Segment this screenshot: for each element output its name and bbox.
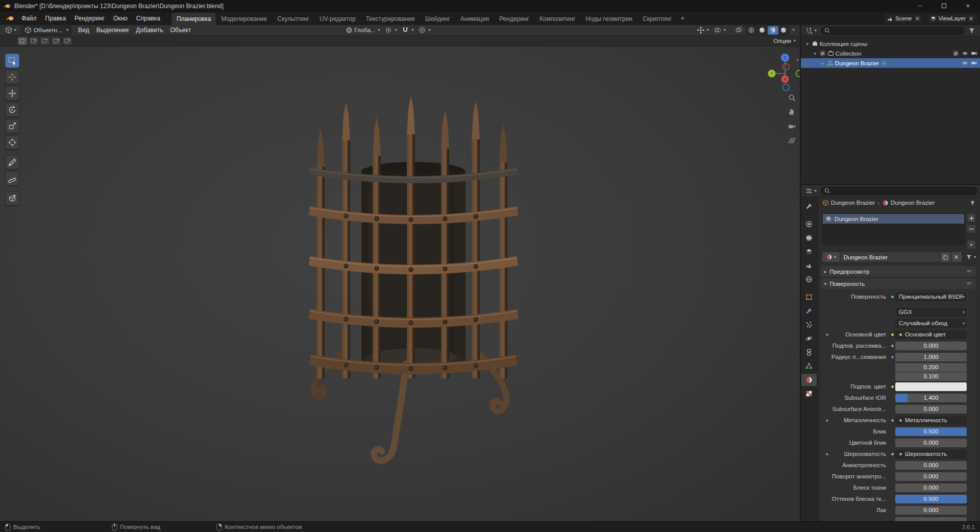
checkbox-icon[interactable]: [819, 50, 826, 57]
properties-tab-object-data[interactable]: [801, 360, 817, 372]
view-layer-selector[interactable]: ViewLayer: [927, 14, 977, 23]
disclosure-triangle[interactable]: ▾: [813, 51, 818, 56]
select-mode-extend-button[interactable]: +: [29, 37, 39, 45]
3d-viewport[interactable]: Z Y X ‹: [0, 46, 800, 521]
animate-property-dot[interactable]: [967, 475, 974, 478]
value-slider[interactable]: 0.000: [895, 483, 967, 492]
properties-tab-particles[interactable]: [801, 319, 817, 331]
workspace-tab[interactable]: Композитинг: [534, 13, 580, 25]
properties-search-input[interactable]: [821, 187, 977, 195]
animate-property-dot[interactable]: [967, 509, 974, 512]
maximize-button[interactable]: [932, 0, 956, 12]
outliner-search-input[interactable]: [821, 27, 964, 35]
animate-property-dot[interactable]: [967, 311, 974, 313]
panel-grip-icon[interactable]: [966, 280, 972, 287]
editor-type-button[interactable]: ▾: [803, 187, 819, 195]
viewport-menu-item[interactable]: Выделение: [93, 26, 133, 35]
tool-options-dropdown[interactable]: Опции▾: [773, 38, 796, 44]
material-name-field[interactable]: Dungeon Brazier: [841, 252, 939, 262]
camera-toggle[interactable]: [971, 60, 977, 66]
select-mode-subtract-button[interactable]: −: [40, 37, 50, 45]
menubar-item[interactable]: Правка: [41, 13, 70, 23]
brazier-model[interactable]: [301, 94, 526, 472]
material-slot-list[interactable]: Dungeon Brazier: [822, 213, 965, 245]
animate-property-dot[interactable]: [967, 397, 974, 399]
pin-icon[interactable]: [969, 200, 976, 206]
animate-property-dot[interactable]: [967, 385, 974, 388]
properties-tab-output[interactable]: [801, 232, 817, 244]
transform-orientation-dropdown[interactable]: Глоба...▾: [344, 26, 382, 34]
workspace-tab[interactable]: Скриптинг: [638, 13, 677, 25]
animate-property-dot[interactable]: [967, 366, 974, 369]
snapping-dropdown[interactable]: ▾: [400, 26, 415, 34]
value-slider[interactable]: 0.000: [895, 472, 967, 481]
tool-rotate-button[interactable]: [5, 103, 19, 117]
viewport-menu-item[interactable]: Объект: [166, 26, 194, 35]
animate-property-dot[interactable]: [967, 408, 974, 410]
value-field[interactable]: 1.000: [895, 353, 967, 361]
select-mode-invert-button[interactable]: ×: [51, 37, 61, 45]
shading-options-dropdown[interactable]: ▾: [793, 28, 795, 32]
animate-property-dot[interactable]: [967, 333, 974, 336]
tool-measure-button[interactable]: [5, 172, 19, 186]
select-mode-intersect-button[interactable]: ∩: [62, 37, 72, 45]
workspace-tab[interactable]: Скульптинг: [272, 13, 314, 25]
tool-cursor-button[interactable]: [5, 70, 19, 84]
workspace-tab[interactable]: Шейдинг: [420, 13, 455, 25]
show-gizmo-dropdown[interactable]: ▾: [695, 26, 711, 34]
animate-property-dot[interactable]: [967, 419, 974, 422]
workspace-tab[interactable]: Ноды геометрии: [580, 13, 638, 25]
shading-rendered-button[interactable]: [778, 26, 789, 35]
outliner-row[interactable]: ▾Коллекция сцены: [801, 39, 980, 49]
camera-view-icon[interactable]: [788, 122, 796, 131]
new-material-button[interactable]: [940, 252, 950, 262]
linked-input-field[interactable]: Основной цвет: [895, 330, 967, 339]
menubar-item[interactable]: Справка: [132, 13, 164, 23]
properties-tab-object[interactable]: [801, 291, 817, 303]
outliner-row[interactable]: ▾Collection: [801, 49, 980, 58]
material-slot[interactable]: Dungeon Brazier: [823, 214, 964, 224]
animate-property-dot[interactable]: [967, 375, 974, 378]
remove-slot-button[interactable]: [967, 224, 976, 233]
tool-scale-button[interactable]: [5, 119, 19, 133]
properties-tab-view-layer[interactable]: [801, 246, 817, 258]
select-mode-set-button[interactable]: [17, 37, 28, 45]
outliner-row[interactable]: ▸Dungeon Brazier: [801, 58, 980, 68]
breadcrumb-object[interactable]: Dungeon Brazier: [831, 200, 875, 206]
ortho-grid-icon[interactable]: [788, 136, 796, 145]
properties-tab-render[interactable]: [801, 218, 817, 230]
properties-tab-constraints[interactable]: [801, 346, 817, 358]
workspace-tab[interactable]: Планировка: [172, 13, 216, 25]
animate-property-dot[interactable]: [967, 453, 974, 455]
toggle-xray-button[interactable]: [733, 26, 745, 34]
tool-select-box-button[interactable]: [5, 54, 19, 68]
shading-material-preview-button[interactable]: [768, 26, 778, 35]
value-slider[interactable]: 0.000: [895, 342, 967, 350]
tool-move-button[interactable]: [5, 86, 19, 101]
editor-type-button[interactable]: ▾: [3, 26, 18, 34]
menubar-item[interactable]: Файл: [17, 13, 41, 23]
breadcrumb-material[interactable]: Dungeon Brazier: [891, 200, 935, 206]
value-slider[interactable]: 0.000: [895, 461, 967, 470]
tool-add-cube-button[interactable]: [5, 191, 19, 206]
pivot-point-dropdown[interactable]: ▾: [383, 26, 399, 34]
eye-toggle[interactable]: [962, 60, 968, 66]
expand-toggle[interactable]: ▸: [824, 418, 831, 423]
animate-property-dot[interactable]: [967, 430, 974, 433]
sidebar-collapse-handle[interactable]: ‹: [797, 56, 799, 63]
menubar-item[interactable]: Рендеринг: [70, 13, 109, 23]
unlink-view-layer-button[interactable]: [968, 15, 974, 22]
outliner-filter-button[interactable]: [966, 27, 977, 35]
animate-property-dot[interactable]: [967, 322, 974, 325]
mode-selector[interactable]: Объектный режим▾: [21, 26, 71, 35]
animate-property-dot[interactable]: [967, 487, 974, 489]
properties-tab-modifiers[interactable]: [801, 305, 817, 317]
shading-wireframe-button[interactable]: [746, 26, 757, 35]
workspace-tab[interactable]: Текстурирование: [361, 13, 420, 25]
animate-property-dot[interactable]: [967, 464, 974, 467]
properties-tab-material[interactable]: [801, 374, 817, 386]
properties-tab-scene[interactable]: [801, 259, 817, 272]
properties-tab-texture[interactable]: [801, 388, 817, 400]
linked-input-field[interactable]: Металличность: [895, 416, 967, 425]
shading-solid-button[interactable]: [757, 26, 768, 35]
